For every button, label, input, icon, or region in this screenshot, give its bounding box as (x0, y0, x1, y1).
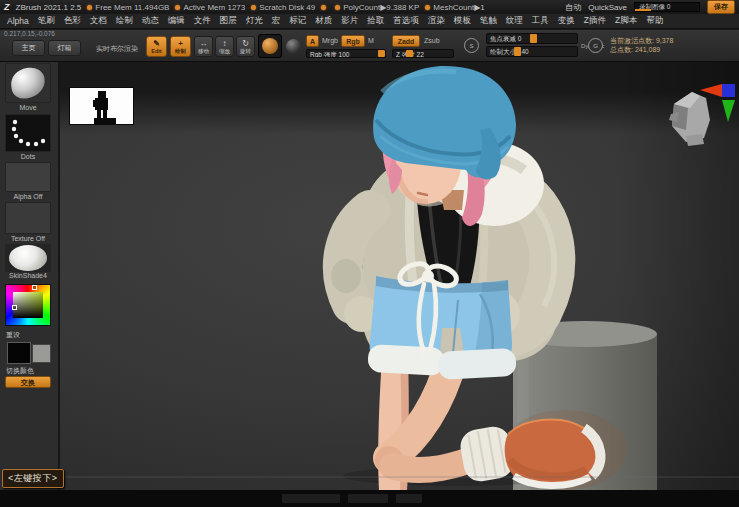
canvas-preview-thumbnail[interactable] (70, 88, 133, 124)
current-brush-tile[interactable] (5, 63, 51, 103)
m-toggle[interactable]: M (368, 35, 374, 47)
orientation-head-gizmo[interactable] (669, 84, 735, 146)
menu-bar: Alpha 笔刷 色彩 文档 绘制 动态 编辑 文件 图层 灯光 宏 标记 材质… (0, 14, 739, 29)
record-image-slider[interactable]: 录制图像 0 (634, 2, 700, 12)
mrgb-toggle[interactable]: Mrgb (322, 35, 338, 47)
menu-light[interactable]: 灯光 (246, 15, 263, 27)
menu-preferences[interactable]: 首选项 (393, 15, 419, 27)
brush-preview-slot[interactable] (258, 34, 282, 58)
hue-marker (32, 285, 37, 290)
top-shelf: 0.217,0.15,-0.076 主页 灯箱 实时布尔渲染 ✎ Edit + … (0, 30, 739, 62)
menu-document[interactable]: 文档 (90, 15, 107, 27)
silhouette-figure (70, 88, 133, 124)
color-marker (12, 305, 17, 310)
document-canvas[interactable] (60, 62, 739, 490)
dial-right-icon[interactable]: G (588, 38, 603, 53)
left-shelf: Move Dots Alpha Off Texture Off SkinShad… (0, 62, 60, 507)
menu-texture[interactable]: 纹理 (506, 15, 523, 27)
menu-picker[interactable]: 拾取 (367, 15, 384, 27)
slider-handle[interactable] (530, 34, 537, 43)
stroke-label: Dots (0, 153, 56, 160)
point-counts: 当前激活点数: 9,378 总点数: 241,089 (610, 36, 673, 54)
rotate-arrow-icon: ↻ (242, 39, 249, 48)
a-button[interactable]: A (306, 35, 319, 47)
bottom-tray (0, 490, 739, 507)
status-dot-icon (321, 5, 326, 10)
menu-movie[interactable]: 影片 (341, 15, 358, 27)
menu-layer[interactable]: 图层 (220, 15, 237, 27)
auto-button[interactable]: 自动 (565, 2, 581, 13)
zsub-toggle[interactable]: Zsub (424, 35, 440, 47)
mouse-button-indicator: <左键按下> (2, 469, 64, 488)
z-intensity-slider[interactable]: Z 强度 22 (392, 49, 454, 58)
menu-edit[interactable]: 编辑 (168, 15, 185, 27)
menu-brush[interactable]: 笔刷 (38, 15, 55, 27)
color-reset-label: 重设 (0, 330, 56, 340)
stat-active-mem: Active Mem 1273 (175, 3, 245, 12)
slider-handle[interactable] (514, 47, 521, 56)
sculpt-scene (60, 62, 739, 490)
menu-zplugin[interactable]: Z插件 (584, 15, 606, 27)
shorts (367, 276, 516, 380)
quicksave-button[interactable]: QuickSave (588, 3, 627, 12)
save-button[interactable]: 保存 (707, 0, 735, 14)
zadd-toggle[interactable]: Zadd (392, 35, 420, 47)
tray-segment (282, 494, 340, 503)
menu-dynamics[interactable]: 动态 (142, 15, 159, 27)
lightbox-button[interactable]: 灯箱 (48, 40, 81, 56)
color-picker[interactable] (5, 284, 51, 326)
brush-sliders-group: 焦点衰减 0 绘制大小 140 Dynamic (486, 33, 598, 57)
slider-handle[interactable] (635, 9, 651, 11)
dial-left-icon[interactable]: S (464, 38, 479, 53)
status-dot-icon (335, 5, 340, 10)
menu-draw[interactable]: 绘制 (116, 15, 133, 27)
live-boolean-toggle[interactable]: 实时布尔渲染 (96, 44, 138, 54)
edit-object-button[interactable]: ✎ Edit (146, 36, 167, 57)
y-axis-icon (722, 100, 735, 122)
menu-color[interactable]: 色彩 (64, 15, 81, 27)
draw-size-slider[interactable]: 绘制大小 140 (486, 46, 578, 57)
menu-macro[interactable]: 宏 (272, 15, 281, 27)
stroke-type-tile[interactable] (5, 114, 51, 152)
slider-handle[interactable] (406, 50, 413, 57)
material-quick-slot[interactable] (284, 37, 303, 56)
brush-label: Move (0, 104, 56, 111)
menu-render[interactable]: 渲染 (428, 15, 445, 27)
menu-tool[interactable]: 工具 (532, 15, 549, 27)
menu-stencil[interactable]: 模板 (454, 15, 471, 27)
x-axis-icon (700, 84, 722, 97)
app-logo-icon: Z (4, 2, 10, 12)
brush-sphere-icon (262, 38, 278, 54)
paint-mode-group: A Mrgb Rgb M Rgb 强度 100 (306, 35, 386, 58)
stat-spacer (321, 5, 329, 10)
menu-marker[interactable]: 标记 (289, 15, 306, 27)
draw-pointer-button[interactable]: + 绘制 (170, 36, 191, 57)
rgb-intensity-slider[interactable]: Rgb 强度 100 (306, 49, 386, 58)
rotate-gyro-button[interactable]: ↻ 旋转 (236, 36, 255, 57)
status-dot-icon (87, 5, 92, 10)
rgb-toggle[interactable]: Rgb (341, 35, 365, 47)
main-color-swatch[interactable] (7, 342, 31, 364)
menu-help[interactable]: 帮助 (646, 15, 663, 27)
material-tile[interactable] (5, 244, 51, 272)
home-button[interactable]: 主页 (12, 40, 45, 56)
menu-stroke[interactable]: 笔触 (480, 15, 497, 27)
scale-gyro-button[interactable]: ↕ 缩放 (215, 36, 234, 57)
status-dot-icon (251, 5, 256, 10)
menu-file[interactable]: 文件 (194, 15, 211, 27)
menu-zscript[interactable]: Z脚本 (615, 15, 637, 27)
alpha-tile[interactable] (5, 162, 51, 192)
character-model[interactable] (331, 66, 627, 490)
texture-tile[interactable] (5, 202, 51, 234)
zbrush-window: Z ZBrush 2021.1 2.5 Free Mem 11.494GB Ac… (0, 0, 739, 507)
menu-material[interactable]: 材质 (315, 15, 332, 27)
move-gyro-button[interactable]: ↔ 移动 (194, 36, 213, 57)
menu-alpha[interactable]: Alpha (7, 16, 29, 26)
menu-transform[interactable]: 变换 (558, 15, 575, 27)
stat-free-mem: Free Mem 11.494GB (87, 3, 169, 12)
secondary-color-swatch[interactable] (32, 344, 51, 363)
swap-color-button[interactable]: 交换 (5, 376, 51, 388)
color-picker-square[interactable] (13, 292, 43, 318)
focal-shift-slider[interactable]: 焦点衰减 0 (486, 33, 578, 44)
slider-handle[interactable] (378, 50, 385, 57)
